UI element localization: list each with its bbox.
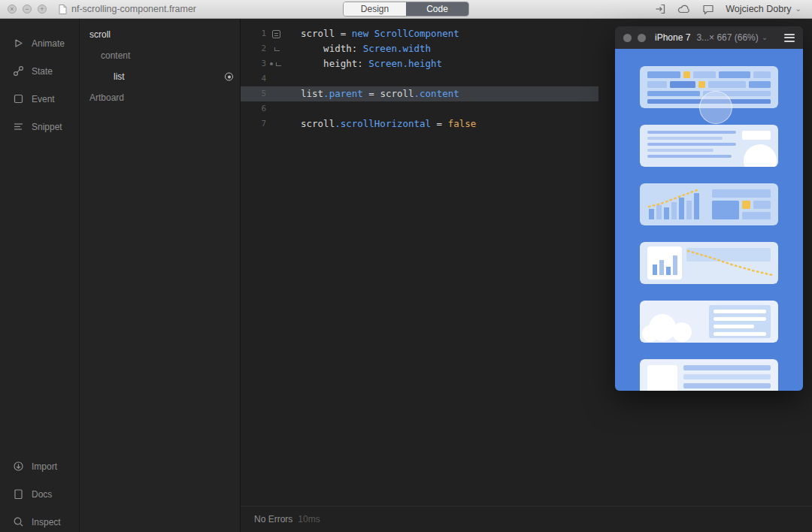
fold-icon[interactable] — [272, 30, 280, 38]
editor-status-bar: No Errors 10ms — [241, 506, 812, 532]
code-token: new — [352, 28, 374, 39]
layer-row-list[interactable]: list — [80, 66, 240, 87]
code-token: .scrollHorizontal — [335, 118, 431, 129]
animate-icon — [13, 38, 24, 49]
window-titlebar: × − + nf-scrolling-component.framer Desi… — [0, 0, 812, 19]
document-icon — [59, 5, 67, 14]
preview-device-name: iPhone 7 — [655, 32, 690, 43]
chat-icon[interactable] — [702, 4, 714, 15]
line-number: 4 — [241, 71, 266, 86]
layer-label-content: content — [101, 50, 130, 61]
tab-code[interactable]: Code — [406, 2, 468, 16]
user-name: Wojciech Dobry — [726, 4, 791, 14]
line-number: 1 — [241, 26, 266, 41]
layer-row-content[interactable]: content — [80, 45, 240, 66]
preview-card-list-rows[interactable] — [640, 125, 778, 167]
user-menu[interactable]: Wojciech Dobry ⌄ — [726, 4, 801, 14]
status-time: 10ms — [298, 514, 320, 524]
minimize-window-icon[interactable]: − — [23, 5, 32, 14]
layer-row-artboard[interactable]: Artboard — [80, 87, 240, 108]
sidebar-label-state: State — [32, 66, 53, 77]
preview-size-selector[interactable]: 3...× 667 (66%) ⌄ — [696, 32, 768, 43]
line-number: 2 — [241, 41, 266, 56]
event-icon — [13, 93, 24, 104]
sidebar-label-snippet: Snippet — [32, 122, 62, 132]
code-token: ScrollComponent — [374, 28, 459, 39]
code-token: height: — [301, 58, 368, 69]
line-number: 3 — [241, 56, 266, 71]
status-message: No Errors — [254, 514, 292, 524]
preview-window: iPhone 7 3...× 667 (66%) ⌄ — [615, 26, 803, 391]
document-title: nf-scrolling-component.framer — [71, 4, 196, 14]
sidebar-item-snippet[interactable]: Snippet — [0, 113, 79, 141]
code-token: width: — [301, 43, 363, 54]
mode-switcher: Design Code — [343, 2, 469, 17]
indent-mark-icon — [274, 47, 280, 51]
sidebar-label-inspect: Inspect — [32, 517, 61, 527]
sidebar-item-inspect[interactable]: Inspect — [0, 508, 79, 532]
sidebar-label-animate: Animate — [32, 38, 65, 49]
preview-minimize-icon[interactable] — [638, 34, 646, 42]
code-token: list — [301, 88, 323, 99]
close-window-icon[interactable]: × — [8, 5, 17, 14]
code-token: = — [363, 88, 380, 99]
code-token: scroll — [380, 88, 414, 99]
preview-titlebar[interactable]: iPhone 7 3...× 667 (66%) ⌄ — [615, 26, 803, 49]
indent-mark-icon — [276, 62, 281, 66]
code-token: .content — [414, 88, 459, 99]
zoom-window-icon[interactable]: + — [38, 5, 47, 14]
line-number: 6 — [241, 101, 266, 116]
touch-indicator — [699, 91, 732, 124]
sidebar-item-animate[interactable]: Animate — [0, 29, 79, 57]
code-token: Screen.width — [363, 43, 431, 54]
code-token: = — [431, 118, 448, 129]
sidebar-item-state[interactable]: State — [0, 57, 79, 85]
titlebar-right-tools: Wojciech Dobry ⌄ — [654, 3, 812, 15]
line-number: 7 — [241, 116, 266, 131]
sidebar-label-event: Event — [32, 94, 55, 104]
sidebar-label-docs: Docs — [32, 489, 52, 500]
chevron-down-icon: ⌄ — [762, 34, 768, 41]
layers-panel: scroll content list Artboard — [79, 19, 241, 532]
layer-label-artboard: Artboard — [89, 92, 124, 103]
sidebar-label-import: Import — [32, 461, 57, 472]
preview-size-label: 3...× 667 (66%) — [696, 32, 758, 43]
preview-viewport[interactable] — [615, 49, 803, 391]
preview-card-clouds-rows[interactable] — [640, 301, 778, 343]
code-target-icon[interactable] — [225, 73, 233, 81]
preview-card-bar-chart[interactable] — [640, 183, 778, 225]
preview-close-icon[interactable] — [623, 34, 632, 42]
sidebar-item-import[interactable]: Import — [0, 452, 79, 480]
window-controls: × − + — [0, 5, 59, 14]
preview-card-trend-down[interactable] — [640, 242, 778, 284]
code-token: scroll — [301, 118, 335, 129]
document-proxy: nf-scrolling-component.framer — [59, 4, 196, 14]
preview-menu-icon[interactable] — [784, 34, 795, 42]
preview-card-table-rows[interactable] — [640, 359, 778, 391]
code-token: false — [448, 118, 477, 129]
inspect-icon — [13, 516, 24, 527]
code-token: Screen.height — [368, 58, 442, 69]
layer-label-scroll: scroll — [89, 29, 111, 40]
snippet-icon — [13, 121, 24, 132]
layer-row-scroll[interactable]: scroll — [80, 24, 240, 45]
import-icon — [13, 461, 24, 472]
code-token: .parent — [323, 88, 363, 99]
cloud-sync-icon[interactable] — [677, 4, 691, 14]
sidebar-item-docs[interactable]: Docs — [0, 480, 79, 508]
line-number: 5 — [241, 86, 266, 101]
chevron-down-icon: ⌄ — [795, 5, 801, 13]
export-icon[interactable] — [654, 3, 666, 15]
tool-sidebar: Animate State Event Snippet Import — [0, 19, 79, 532]
docs-icon — [13, 488, 24, 500]
code-token: scroll = — [301, 28, 352, 39]
layer-label-list: list — [114, 71, 125, 82]
marker-dot-icon — [270, 62, 273, 65]
state-icon — [13, 65, 24, 77]
sidebar-item-event[interactable]: Event — [0, 85, 79, 113]
sidebar-spacer — [0, 141, 79, 452]
tab-design[interactable]: Design — [344, 2, 406, 16]
